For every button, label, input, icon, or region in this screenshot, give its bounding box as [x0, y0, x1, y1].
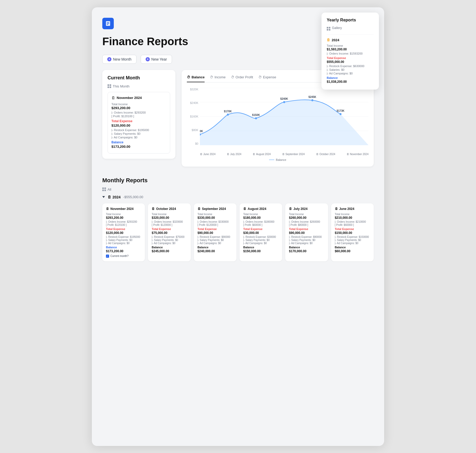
grid-icon-all — [102, 187, 106, 191]
calendar-icon-jul: 🗓 — [289, 207, 292, 211]
x-label-aug: 🗓August 2024 — [253, 153, 271, 156]
svg-text:$173K: $173K — [337, 109, 344, 112]
tab-balance[interactable]: ⏱ Balance — [187, 75, 205, 82]
month-card-header-october: 🗓 October 2024 — [152, 207, 187, 211]
svg-text:$60K: $60K — [200, 129, 203, 132]
x-label-june: 🗓June 2024 — [200, 153, 216, 156]
new-year-button[interactable]: + New Year — [141, 55, 172, 64]
tab-income[interactable]: ⏱ Income — [210, 75, 226, 82]
new-month-button[interactable]: + New Month — [102, 55, 136, 64]
current-month-title: Current Month — [108, 75, 170, 81]
current-month-check[interactable]: ✓ Current month? — [106, 255, 141, 258]
calendar-year-icon: 🗓 — [108, 195, 111, 199]
clock-icon-profit: ⏱ — [231, 75, 234, 79]
collapse-icon[interactable] — [102, 196, 105, 198]
month-card-august: 🗓 August 2024 Total Income $180,000.00 |… — [240, 203, 282, 261]
month-card-header-june: 🗓 June 2024 — [335, 207, 370, 211]
legend-label: Balance — [276, 158, 286, 161]
gallery-grid-icon — [327, 26, 330, 31]
calendar-icon-jun: 🗓 — [335, 207, 338, 211]
popup-title: Yearly Reports — [327, 18, 374, 22]
x-label-july: 🗓July 2024 — [227, 153, 241, 156]
year-badge: 🗓 2024 — [108, 195, 121, 199]
calendar-icon-oct: 🗓 — [152, 207, 155, 211]
month-detail-card: 🗓 November 2024 Total Income $293,200.00… — [108, 92, 170, 154]
app-container: Yearly Reports Gallery 🗓 2024 Total Inco… — [92, 7, 384, 446]
app-logo — [102, 18, 114, 29]
svg-rect-2 — [107, 23, 109, 24]
year-row: 🗓 2024 -$555,000.00 — [102, 195, 374, 199]
popup-year-header: 🗓 2024 — [327, 38, 374, 42]
month-card-september: 🗓 September 2024 Total Income $330,000.0… — [194, 203, 236, 261]
svg-text:$245K: $245K — [308, 95, 316, 98]
x-label-sep: 🗓September 2024 — [282, 153, 305, 156]
tab-expense[interactable]: ⏱ Expense — [258, 75, 276, 82]
chart-x-labels: 🗓June 2024 🗓July 2024 🗓August 2024 🗓Sept… — [200, 153, 368, 156]
svg-text:$240K: $240K — [280, 97, 288, 100]
svg-point-12 — [283, 101, 285, 103]
calendar-icon: 🗓 — [111, 96, 115, 100]
checkbox-checked: ✓ — [106, 255, 109, 258]
calendar-icon-sep: 🗓 — [198, 207, 201, 211]
plus-icon: + — [107, 57, 111, 61]
plus-icon-year: + — [146, 57, 150, 61]
calendar-icon-aug: 🗓 — [243, 207, 246, 211]
svg-point-14 — [340, 113, 341, 115]
this-month-label: This Month — [108, 84, 170, 88]
clock-icon-balance: ⏱ — [187, 75, 190, 79]
month-card-header-november: 🗓 November 2024 — [106, 207, 141, 211]
clock-icon-income: ⏱ — [210, 75, 213, 79]
grid-icon — [108, 84, 111, 88]
monthly-reports-title: Monthly Reports — [102, 177, 374, 184]
x-label-nov: 🗓November 2024 — [347, 153, 368, 156]
left-panel: Current Month This Month 🗓 November 2024… — [102, 70, 175, 167]
month-card-header-september: 🗓 September 2024 — [198, 207, 233, 211]
yearly-reports-popup: Yearly Reports Gallery 🗓 2024 Total Inco… — [322, 13, 379, 90]
svg-rect-1 — [107, 22, 109, 23]
month-card-header-august: 🗓 August 2024 — [243, 207, 278, 211]
svg-text:$170K: $170K — [224, 109, 232, 113]
clock-icon-expense: ⏱ — [258, 75, 262, 79]
chart-y-labels: $320K $240K $160K $80K $0 — [187, 88, 198, 145]
chart-legend: Balance — [187, 158, 368, 161]
tab-order-profit[interactable]: ⏱ Order Profit — [231, 75, 253, 82]
monthly-grid: 🗓 November 2024 Total Income $293,200.00… — [102, 203, 374, 261]
month-header: 🗓 November 2024 — [111, 96, 166, 100]
svg-point-10 — [227, 114, 229, 116]
monthly-reports-section: Monthly Reports All 🗓 2024 -$555,000.00 … — [102, 177, 374, 261]
x-label-oct: 🗓October 2024 — [316, 153, 335, 156]
chart-svg: $60K $170K $150K $240K $245K $173K — [200, 88, 368, 145]
svg-point-11 — [255, 117, 257, 119]
all-filter[interactable]: All — [102, 187, 374, 191]
svg-text:$150K: $150K — [252, 113, 260, 116]
svg-point-13 — [311, 99, 313, 101]
month-card-header-july: 🗓 July 2024 — [289, 207, 324, 211]
calendar-icon-nov: 🗓 — [106, 207, 109, 211]
svg-rect-3 — [107, 24, 108, 25]
chart-area: $320K $240K $160K $80K $0 — [187, 88, 368, 156]
month-card-november: 🗓 November 2024 Total Income $293,200.00… — [102, 203, 145, 261]
popup-gallery-item[interactable]: Gallery — [327, 26, 374, 34]
month-card-june: 🗓 June 2024 Total Income $210,000.00 |- … — [331, 203, 374, 261]
legend-line — [269, 160, 274, 160]
month-card-july: 🗓 July 2024 Total Income $260,000.00 |- … — [285, 203, 328, 261]
current-month-card: Current Month This Month 🗓 November 2024… — [102, 70, 175, 159]
month-card-october: 🗓 October 2024 Total Income $320,000.00 … — [148, 203, 191, 261]
